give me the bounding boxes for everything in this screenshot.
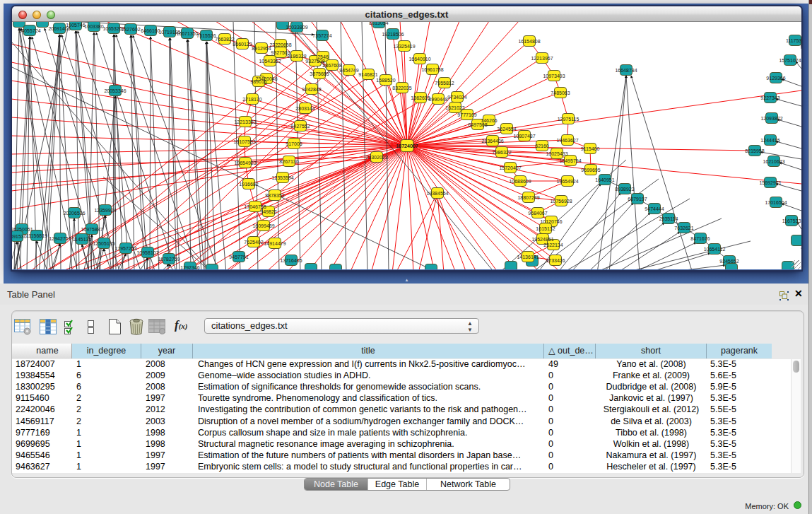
svg-text:12213967: 12213967 [531,56,553,61]
svg-text:1905746: 1905746 [66,23,85,28]
svg-text:8454749: 8454749 [339,68,358,73]
svg-text:8660123: 8660123 [233,42,252,47]
svg-text:7632621: 7632621 [674,226,693,230]
svg-text:21364436: 21364436 [481,139,503,144]
svg-text:12093872: 12093872 [760,116,782,121]
svg-text:1362615: 1362615 [411,95,430,100]
svg-text:15751074: 15751074 [779,58,801,63]
svg-text:2546: 2546 [317,54,329,59]
svg-text:7625402: 7625402 [244,240,263,245]
svg-text:18807249: 18807249 [517,195,539,200]
svg-text:20053346: 20053346 [104,88,126,93]
svg-text:2935114: 2935114 [659,216,678,221]
svg-text:12359924: 12359924 [94,208,116,213]
svg-text:15720407: 15720407 [499,165,521,170]
svg-text:1167533: 1167533 [782,218,801,223]
svg-text:9699695: 9699695 [581,168,600,173]
svg-text:9245652: 9245652 [719,259,739,264]
svg-text:9684067: 9684067 [528,211,547,216]
svg-text:3624554: 3624554 [497,127,516,132]
svg-text:18495794: 18495794 [559,158,581,163]
svg-text:7986322: 7986322 [492,150,511,155]
svg-text:7485063: 7485063 [551,90,570,95]
svg-text:14136141: 14136141 [517,255,539,259]
svg-text:8878352: 8878352 [265,193,284,198]
svg-text:16782759: 16782759 [158,257,180,262]
svg-text:1244415: 1244415 [760,138,779,143]
svg-text:10120746: 10120746 [540,219,562,224]
svg-text:16640910: 16640910 [408,57,430,62]
svg-text:8990448: 8990448 [428,97,447,102]
svg-text:16961758: 16961758 [421,67,443,72]
svg-text:10025433: 10025433 [546,151,567,156]
svg-text:9777169: 9777169 [457,112,476,117]
svg-text:2803144: 2803144 [295,106,314,111]
svg-text:10958107: 10958107 [136,250,158,255]
svg-text:11156819: 11156819 [26,233,47,238]
svg-text:9242848: 9242848 [302,87,321,92]
svg-text:14914479: 14914479 [264,241,286,246]
svg-text:8215958: 8215958 [745,148,764,153]
svg-text:10688609: 10688609 [509,179,531,184]
svg-text:2522134: 2522134 [543,243,563,247]
svg-text:24055724: 24055724 [18,28,40,33]
svg-text:1733426: 1733426 [546,258,565,263]
svg-text:16210643: 16210643 [763,159,784,164]
svg-text:7955812: 7955812 [435,81,454,86]
svg-text:10107553: 10107553 [233,139,255,144]
svg-text:16648784: 16648784 [615,68,637,73]
svg-text:20206536: 20206536 [63,211,85,216]
svg-text:746266: 746266 [481,118,497,123]
svg-text:19654923: 19654923 [234,160,256,165]
svg-text:5391530: 5391530 [12,234,27,239]
svg-text:1615132: 1615132 [536,226,555,231]
svg-text:1621022: 1621022 [445,105,464,110]
svg-text:8267130: 8267130 [279,159,298,164]
svg-text:10807487: 10807487 [513,134,535,139]
svg-text:1003380: 1003380 [84,24,103,29]
svg-text:1327602: 1327602 [121,27,140,32]
svg-text:19384554: 19384554 [426,191,448,196]
svg-text:17957253: 17957253 [114,246,136,251]
svg-text:16099489: 16099489 [252,223,274,228]
svg-text:9115460: 9115460 [581,146,600,151]
svg-text:16033809: 16033809 [286,25,307,30]
svg-text:2718170: 2718170 [242,97,261,102]
svg-text:18724007: 18724007 [396,144,418,148]
svg-text:15692971: 15692971 [759,180,781,185]
svg-text:1916682: 1916682 [239,182,258,187]
svg-text:8912954: 8912954 [252,46,271,51]
svg-text:9146821: 9146821 [358,72,377,77]
svg-text:19654924: 19654924 [556,179,578,184]
svg-text:9227343: 9227343 [760,95,779,100]
svg-text:1640951: 1640951 [595,177,614,182]
svg-text:12975115: 12975115 [558,117,579,122]
svg-text:2867608: 2867608 [322,63,341,68]
svg-text:10543362: 10543362 [259,59,281,64]
svg-text:6466160: 6466160 [141,28,160,33]
svg-text:12213383: 12213383 [234,119,256,124]
svg-text:7663822: 7663822 [215,37,234,42]
svg-text:9457791: 9457791 [229,255,248,259]
svg-text:1588520: 1588520 [376,78,395,83]
svg-text:23302023: 23302023 [365,155,387,160]
svg-text:10654112: 10654112 [704,247,726,252]
svg-text:12353594: 12353594 [271,175,293,180]
svg-text:1117533: 1117533 [786,38,801,43]
svg-text:17046738: 17046738 [244,204,266,209]
svg-text:8322035: 8322035 [392,86,411,90]
svg-text:7515526: 7515526 [196,33,216,38]
svg-text:6879197: 6879197 [628,197,647,201]
svg-text:989016: 989016 [250,79,266,84]
svg-text:917006: 917006 [286,141,302,146]
svg-text:9734024: 9734024 [447,95,466,100]
svg-text:16154808: 16154808 [518,39,540,44]
svg-text:17016504: 17016504 [765,200,787,205]
svg-text:1145135: 1145135 [73,237,92,242]
svg-text:7357274: 7357274 [312,33,331,38]
svg-text:26250051: 26250051 [12,227,33,232]
svg-text:13325419: 13325419 [393,44,415,49]
svg-text:10756928: 10756928 [550,199,572,204]
svg-text:62160: 62160 [535,144,549,148]
svg-text:9129366: 9129366 [766,76,785,81]
